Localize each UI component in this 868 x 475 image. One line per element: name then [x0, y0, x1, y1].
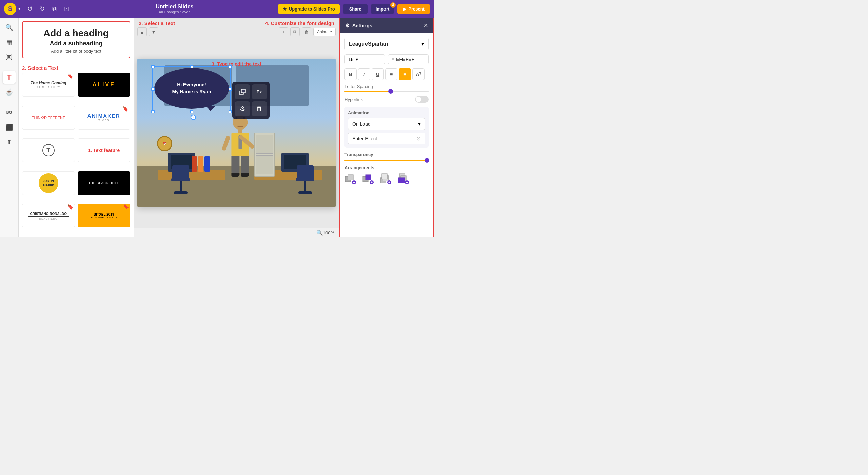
arrangements-section: Arrangements + [344, 165, 429, 185]
template-card-bitxel[interactable]: 🔖 BITXEL 2019 BITS MEET PIXELS [78, 204, 131, 227]
ctx-settings-btn[interactable]: ⚙ [235, 101, 250, 116]
sidebar-item-text[interactable]: T [3, 71, 16, 84]
sidebar-item-search[interactable]: 🔍 [3, 21, 16, 34]
slide-down-btn[interactable]: ▼ [149, 27, 158, 36]
sidebar-item-gallery[interactable]: ⬛ [3, 121, 16, 134]
transparency-thumb[interactable] [425, 158, 429, 163]
slide-canvas[interactable]: ⏰ [137, 59, 336, 207]
align-left-button[interactable]: ≡ [385, 68, 397, 80]
template-card-alive[interactable]: ALIVE [78, 73, 131, 97]
share-button[interactable]: Share [343, 4, 368, 14]
on-load-select[interactable]: On Load ▾ [348, 118, 425, 130]
chair-left [170, 165, 192, 194]
speech-bubble[interactable]: Hi Everyone! My Name is Ryan [154, 68, 229, 109]
enter-effect-label: Enter Effect [352, 136, 377, 141]
main-layout: 🔍 ▦ 🖼 T ☕ BG ⬛ ⬆ Add a heading Add a su [0, 18, 434, 237]
handle-bl[interactable] [151, 110, 155, 113]
context-menu: Fx ⚙ 🗑 [232, 82, 270, 119]
icon-sidebar: 🔍 ▦ 🖼 T ☕ BG ⬛ ⬆ [0, 18, 19, 237]
rotation-handle[interactable]: ↻ [191, 115, 196, 120]
arrangement-layer-up[interactable]: + [380, 173, 392, 185]
office-binders [192, 156, 210, 172]
align-center-button[interactable]: ≡ [399, 68, 411, 80]
template-card-animaker[interactable]: 🔖 ANIMAKER TIMES [78, 106, 131, 130]
letter-spacing-label: Letter Spacing [344, 84, 429, 89]
ctx-fx-btn[interactable]: Fx [252, 84, 267, 99]
template-card-blackhole[interactable]: THE BLACK HOLE [78, 171, 131, 195]
color-picker[interactable]: # EFEFEF [388, 54, 429, 64]
step4-label: 4. Customize the font design [265, 20, 334, 26]
redo-button[interactable]: ↻ [37, 4, 47, 14]
arrangements-label: Arrangements [344, 165, 429, 170]
topbar: S ▾ ↺ ↻ ⧉ ⊡ Untitled Slides All Changes … [0, 0, 434, 18]
letter-spacing-slider[interactable] [344, 91, 429, 92]
letter-spacing-thumb[interactable] [388, 89, 393, 94]
upload-icon: ⬆ [7, 138, 12, 146]
enter-effect-select[interactable]: Enter Effect ⊘ [348, 133, 425, 144]
format-buttons: B I U ≡ ≡ Aᵀ [344, 68, 429, 80]
step2-label: 2. Select a Text [22, 65, 130, 71]
svg-text:+: + [371, 181, 373, 184]
template-card-bieber[interactable]: JUSTINBIEBER [22, 171, 75, 195]
duplicate-button[interactable]: ⊡ [62, 4, 71, 14]
font-size-select[interactable]: 18 ▾ [344, 54, 385, 64]
handle-tl[interactable] [151, 65, 155, 68]
sidebar-item-bg[interactable]: BG [3, 106, 16, 119]
copy-button[interactable]: ⧉ [50, 4, 59, 14]
hyperlink-row: Hyperlink [344, 96, 429, 103]
sidebar-item-upload[interactable]: ⬆ [3, 136, 16, 149]
speech-line1: Hi Everyone! [177, 82, 206, 88]
text-resize-button[interactable]: Aᵀ [412, 68, 425, 80]
delete-element-btn[interactable]: 🗑 [302, 27, 311, 36]
ctx-delete-btn[interactable]: 🗑 [252, 101, 267, 116]
ctx-3d-btn[interactable] [235, 84, 250, 99]
present-button[interactable]: ▶ Present [397, 4, 430, 14]
app-logo: S [4, 3, 16, 15]
logo-dropdown[interactable]: ▾ [18, 6, 20, 11]
undo-button[interactable]: ↺ [25, 4, 35, 14]
template-card-think[interactable]: THINK/DIFFERENT [22, 106, 75, 130]
font-selector[interactable]: LeagueSpartan ▾ [344, 38, 429, 50]
underline-button[interactable]: U [372, 68, 384, 80]
sidebar-item-media[interactable]: 🖼 [3, 51, 16, 64]
template-card-text-feat[interactable]: 1. Text feature [78, 138, 131, 162]
font-size-color-row: 18 ▾ # EFEFEF [344, 54, 429, 64]
font-name-label: LeagueSpartan [349, 41, 388, 47]
handle-bm[interactable] [190, 110, 193, 113]
template-card-icon-t[interactable]: T [22, 138, 75, 162]
italic-button[interactable]: I [358, 68, 370, 80]
slide-bottom-bar: 🔍 100% [134, 228, 339, 237]
bookmark-icon-3: 🔖 [67, 204, 73, 210]
svg-text:+: + [406, 181, 408, 184]
slides-icon: ▦ [6, 39, 12, 46]
slide-up-btn[interactable]: ▲ [137, 27, 147, 36]
sidebar-item-shapes[interactable]: ☕ [3, 86, 16, 99]
settings-close-button[interactable]: ✕ [423, 22, 428, 29]
upgrade-button[interactable]: ★ Upgrade to Slides Pro [278, 4, 340, 14]
speech-line2: My Name is Ryan [172, 88, 211, 95]
sidebar-item-slides[interactable]: ▦ [3, 36, 16, 49]
arrangement-bring-front[interactable]: + [362, 173, 374, 185]
arrangement-layer-down[interactable]: + [397, 173, 410, 185]
step3-label: 3. Type to edit the text [212, 61, 261, 67]
import-button[interactable]: Import 8 [371, 4, 394, 14]
transparency-slider[interactable] [344, 160, 429, 161]
arrangement-send-back[interactable]: + [344, 173, 357, 185]
template-subheading: Add a subheading [29, 40, 123, 47]
settings-body: LeagueSpartan ▾ 18 ▾ # EFEFEF B I U ≡ [340, 33, 433, 190]
hyperlink-toggle[interactable] [415, 96, 429, 103]
template-card-ronaldo[interactable]: 🔖 CRISTIANO RONALDO REAL HERO [22, 204, 75, 227]
bookmark-icon: 🔖 [67, 73, 73, 79]
topbar-actions: ↺ ↻ ⧉ ⊡ [25, 4, 71, 14]
bold-button[interactable]: B [344, 68, 357, 80]
template-heading: Add a heading [29, 28, 123, 39]
zoom-out-btn[interactable]: 🔍 [316, 230, 323, 236]
bookmark-icon-4: 🔖 [123, 204, 129, 209]
template-card-homcoming[interactable]: 🔖 The Home Coming #TRUESTORY [22, 73, 75, 97]
copy-element-btn[interactable]: ⧉ [290, 27, 300, 36]
character [231, 115, 249, 177]
letter-spacing-section: Letter Spacing [344, 84, 429, 92]
add-element-btn[interactable]: + [279, 27, 288, 36]
animate-button[interactable]: Animate [313, 28, 336, 36]
handle-br[interactable] [229, 110, 232, 113]
